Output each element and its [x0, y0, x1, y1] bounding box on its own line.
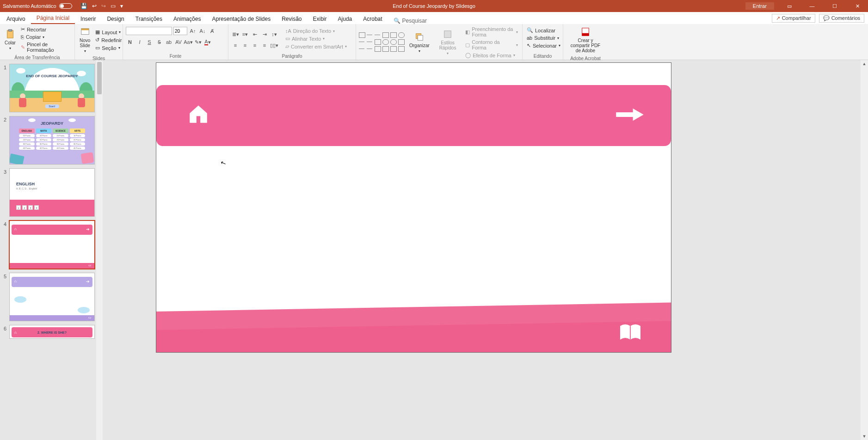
slide-thumbnail-2[interactable]: JEOPARDY ENGLISH MATH SCIENCE ARTS 10 Po… — [9, 116, 95, 165]
tab-animacoes[interactable]: Animações — [168, 13, 206, 24]
layout-button[interactable]: ▦Layout▾ — [94, 29, 123, 36]
slide-bottom-banner[interactable] — [156, 312, 671, 352]
tab-inserir[interactable]: Inserir — [75, 13, 101, 24]
comments-button[interactable]: 💬Comentários — [819, 14, 864, 23]
qa-more-icon[interactable]: ▾ — [120, 3, 123, 9]
columns-icon[interactable]: ▯▯▾ — [270, 41, 278, 49]
scrollbar-thumb[interactable] — [97, 62, 102, 94]
increase-font-icon[interactable]: A↑ — [189, 27, 197, 35]
shape-effects-button[interactable]: ◯Efeitos de Forma▾ — [464, 52, 519, 59]
find-icon: 🔍 — [527, 27, 533, 33]
reset-button[interactable]: ↺Redefinir — [94, 37, 123, 43]
spacing-icon[interactable]: AV — [174, 38, 183, 46]
copy-button[interactable]: ⎘Copiar▾ — [19, 34, 72, 40]
line-spacing-icon[interactable]: ↕▾ — [270, 30, 278, 38]
tab-revisao[interactable]: Revisão — [276, 13, 307, 24]
shapes-gallery[interactable] — [359, 32, 406, 53]
quick-styles-button[interactable]: Estilos Rápidos▾ — [433, 28, 462, 56]
bold-icon[interactable]: N — [126, 38, 134, 46]
toggle-pill-icon[interactable] — [59, 3, 72, 9]
tab-transicoes[interactable]: Transições — [130, 13, 168, 24]
minimize-icon[interactable]: — — [801, 0, 823, 12]
slide-editor[interactable]: ↖ ▲ ▼ — [103, 60, 868, 440]
clear-format-icon[interactable]: A̸ — [208, 27, 216, 35]
slide-thumbnail-1[interactable]: END OF COURSE JEOPARDY Start! — [9, 64, 95, 112]
workspace: 1 END OF COURSE JEOPARDY Start! 2 JEO — [0, 60, 868, 440]
align-text-button[interactable]: ▭Alinhar Texto▾ — [284, 35, 348, 42]
scroll-up-icon[interactable]: ▲ — [861, 60, 868, 67]
book-icon[interactable] — [618, 323, 642, 343]
numbering-icon[interactable]: ≡▾ — [241, 30, 249, 38]
undo-icon[interactable]: ↩ — [92, 3, 97, 9]
tab-pagina-inicial[interactable]: Página Inicial — [31, 12, 75, 24]
arrange-button[interactable]: Organizar▾ — [407, 31, 431, 54]
close-icon[interactable]: ✕ — [847, 0, 868, 12]
convert-smartart-button[interactable]: ▱Converter em SmartArt▾ — [284, 43, 348, 50]
book-icon: ▭ — [88, 263, 92, 267]
redo-icon[interactable]: ↪ — [101, 3, 106, 9]
slide-top-banner[interactable] — [156, 85, 671, 146]
slide-thumbnail-4[interactable]: ⌂➔ ▭ — [9, 220, 95, 269]
slideshow-start-icon[interactable]: ▭ — [111, 3, 116, 9]
underline-icon[interactable]: S — [145, 38, 154, 46]
align-right-icon[interactable]: ≡ — [251, 41, 259, 49]
case-icon[interactable]: Aa▾ — [184, 38, 192, 46]
tab-ajuda[interactable]: Ajuda — [332, 13, 358, 24]
slide-canvas[interactable] — [156, 63, 671, 352]
scroll-down-icon[interactable]: ▼ — [861, 433, 868, 440]
group-label-paragrafo: Parágrafo — [228, 53, 356, 60]
shape-outline-button[interactable]: ▢Contorno da Forma▾ — [464, 39, 519, 51]
font-color-icon[interactable]: A▾ — [203, 38, 212, 46]
select-button[interactable]: ↖Selecionar▾ — [525, 42, 562, 49]
arrow-right-icon: ➔ — [86, 279, 90, 284]
align-center-icon[interactable]: ≡ — [241, 41, 249, 49]
highlight-icon[interactable]: ✎▾ — [194, 38, 202, 46]
section-button[interactable]: ▭Seção▾ — [94, 44, 123, 51]
signin-button[interactable]: Entrar — [745, 2, 774, 10]
tab-exibir[interactable]: Exibir — [308, 13, 332, 24]
italic-icon[interactable]: I — [135, 38, 144, 46]
font-size-input[interactable] — [173, 27, 187, 35]
tab-apresentacao[interactable]: Apresentação de Slides — [206, 13, 276, 24]
slide-thumbnail-5[interactable]: ⌂➔ ▭ — [9, 273, 95, 321]
find-button[interactable]: 🔍Localizar — [525, 27, 557, 34]
increase-indent-icon[interactable]: ⇥ — [260, 30, 269, 38]
ribbon-display-icon[interactable]: ▭ — [779, 0, 800, 12]
tab-arquivo[interactable]: Arquivo — [1, 13, 31, 24]
autosave-toggle[interactable]: Salvamento Automático — [3, 3, 72, 9]
strike-icon[interactable]: S̶ — [155, 38, 163, 46]
save-icon[interactable]: 💾 — [80, 3, 87, 9]
tab-acrobat[interactable]: Acrobat — [357, 13, 388, 24]
decrease-font-icon[interactable]: A↓ — [198, 27, 207, 35]
search-icon: 🔍 — [394, 18, 400, 24]
editor-scrollbar[interactable]: ▲ ▼ — [861, 60, 868, 440]
decrease-indent-icon[interactable]: ⇤ — [251, 30, 259, 38]
justify-icon[interactable]: ≡ — [260, 41, 269, 49]
bullets-icon[interactable]: ≣▾ — [231, 30, 240, 38]
text-direction-icon: ↕A — [285, 28, 291, 34]
share-button[interactable]: ↗Compartilhar — [772, 14, 815, 23]
shape-fill-button[interactable]: ◧Preenchimento da Forma▾ — [464, 26, 519, 38]
text-direction-button[interactable]: ↕ADireção do Texto▾ — [284, 28, 348, 34]
scissors-icon: ✂ — [21, 26, 25, 32]
tab-design[interactable]: Design — [101, 13, 129, 24]
adobe-pdf-button[interactable]: Crear y compartir PDF de Adobe — [566, 26, 605, 54]
arrow-right-icon[interactable] — [615, 105, 645, 124]
tellme-search[interactable]: 🔍 Pesquisar — [394, 18, 427, 24]
home-icon[interactable] — [187, 103, 210, 126]
paste-button[interactable]: Colar ▾ — [3, 28, 18, 51]
effects-icon: ◯ — [465, 52, 471, 58]
slide-thumbnail-6[interactable]: ⌂2. WHERE IS SHE? — [9, 325, 95, 339]
cut-button[interactable]: ✂Recortar — [19, 26, 72, 33]
align-left-icon[interactable]: ≡ — [231, 41, 240, 49]
thumbnails-scrollbar[interactable] — [96, 60, 103, 440]
font-name-input[interactable] — [126, 27, 172, 35]
slide-number: 4 — [2, 220, 6, 269]
shadow-icon[interactable]: ab — [165, 38, 173, 46]
new-slide-button[interactable]: Novo Slide▾ — [78, 26, 92, 54]
maximize-icon[interactable]: ☐ — [824, 0, 845, 12]
slide-thumbnail-3[interactable]: ENGLISH A, B, C, D... English! 1234 — [9, 168, 95, 217]
replace-button[interactable]: abSubstituir▾ — [525, 35, 560, 41]
align-text-icon: ▭ — [285, 36, 290, 42]
format-painter-button[interactable]: ✎Pincel de Formatação — [19, 41, 72, 53]
